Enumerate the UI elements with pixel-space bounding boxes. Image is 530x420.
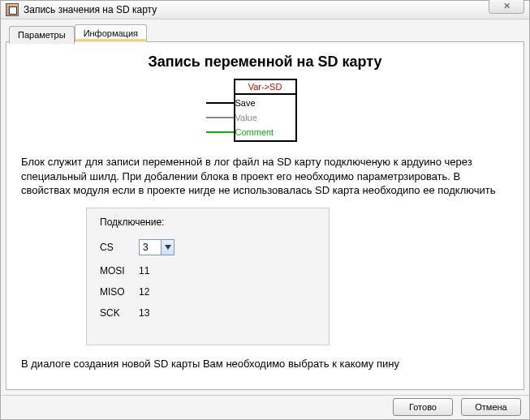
tab-information[interactable]: Информация	[75, 24, 147, 42]
block-diagram: Var->SD Save Value Comment	[21, 79, 509, 142]
connection-title: Подключение:	[100, 216, 316, 228]
cs-select[interactable]: 3	[139, 239, 175, 255]
tab-strip: Параметры Информация	[6, 24, 524, 42]
dialog-window: Запись значения на SD карту ✕ Параметры …	[0, 0, 530, 420]
close-button[interactable]: ✕	[489, 0, 524, 14]
sck-value: 13	[139, 307, 149, 319]
connection-panel: Подключение: CS 3 MOSI 11 MISO	[86, 208, 330, 345]
tab-page-information: Запись переменной на SD карту Var->SD Sa…	[6, 41, 524, 389]
wire-icon	[206, 102, 234, 104]
tab-parameters[interactable]: Параметры	[9, 26, 75, 44]
sck-label: SCK	[100, 307, 132, 319]
function-block: Var->SD Save Value Comment	[234, 79, 297, 142]
pin-comment: Comment	[206, 127, 263, 137]
miso-label: MISO	[100, 286, 132, 298]
client-area: Параметры Информация Запись переменной н…	[1, 19, 529, 394]
pin-save: Save	[206, 98, 263, 108]
mosi-label: MOSI	[100, 265, 132, 276]
footer-paragraph: В диалоге создания новой SD карты Вам не…	[21, 357, 509, 371]
window-title: Запись значения на SD карту	[24, 4, 157, 15]
close-icon: ✕	[503, 1, 511, 11]
ok-button[interactable]: Готово	[393, 398, 453, 416]
wire-icon	[206, 131, 234, 133]
wire-icon	[206, 117, 234, 118]
mosi-value: 11	[139, 265, 149, 276]
pin-label: Save	[234, 98, 256, 108]
chevron-down-icon	[161, 240, 174, 255]
pin-label: Value	[234, 113, 257, 122]
cancel-button[interactable]: Отмена	[461, 398, 521, 416]
connection-row-mosi: MOSI 11	[100, 265, 316, 276]
pin-label: Comment	[234, 127, 274, 137]
connection-row-sck: SCK 13	[100, 307, 316, 319]
titlebar: Запись значения на SD карту ✕	[1, 1, 529, 19]
pin-value: Value	[206, 113, 263, 122]
cs-value: 3	[143, 242, 149, 253]
connection-row-miso: MISO 12	[100, 286, 316, 298]
description-paragraph: Блок служит для записи переменной в лог …	[21, 155, 509, 198]
page-heading: Запись переменной на SD карту	[21, 54, 509, 71]
dialog-footer: Готово Отмена	[1, 395, 529, 419]
connection-row-cs: CS 3	[100, 239, 316, 255]
block-header: Var->SD	[235, 80, 295, 95]
app-icon	[6, 3, 19, 16]
cs-label: CS	[100, 242, 132, 253]
miso-value: 12	[139, 286, 149, 298]
